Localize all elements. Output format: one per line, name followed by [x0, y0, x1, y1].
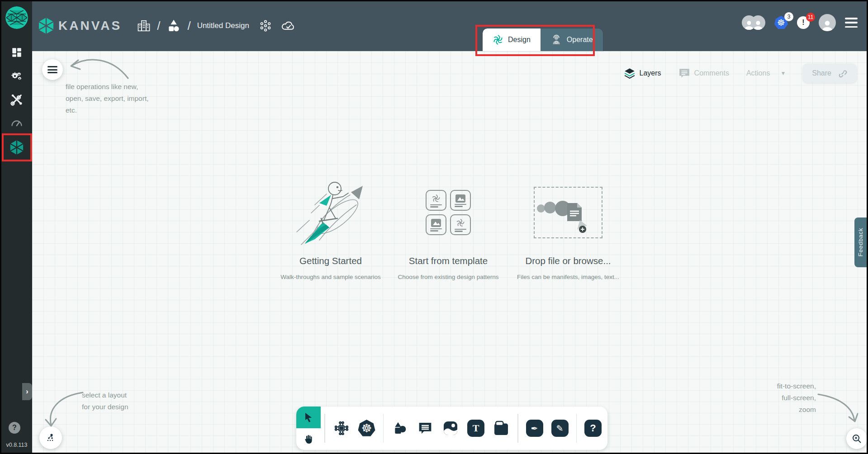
section-icon	[493, 420, 509, 436]
text-tool-tile: T	[467, 420, 484, 437]
left-sidebar: › ? v0.8.113	[1, 1, 32, 453]
sidebar-item-configuration[interactable]	[9, 93, 24, 106]
image-tool[interactable]	[438, 407, 463, 450]
sidebar-item-lifecycle[interactable]	[9, 69, 24, 83]
layout-annotation: select a layout for your design	[82, 389, 128, 413]
comment-tool[interactable]	[413, 407, 438, 450]
toolbar-divider	[324, 414, 325, 443]
card-title: Getting Started	[299, 255, 362, 266]
layout-cluster-icon	[45, 432, 56, 443]
version-label: v0.8.113	[1, 442, 32, 448]
actions-dropdown[interactable]: Actions ▼	[746, 69, 786, 77]
notification-count-badge: 11	[806, 13, 815, 22]
toolbar-divider	[576, 414, 577, 443]
design-name[interactable]: Untitled Design	[197, 21, 249, 30]
file-ops-annotation: file operations like new, open, save, ex…	[66, 81, 149, 116]
help-button[interactable]: ?	[9, 422, 20, 434]
kanvas-logo-icon	[38, 17, 54, 34]
tab-design[interactable]: Design	[483, 28, 541, 51]
template-tiles	[426, 177, 471, 248]
actions-label: Actions	[746, 69, 770, 77]
breadcrumb-separator: /	[187, 19, 190, 33]
dashed-drop-box	[534, 187, 602, 238]
breadcrumb: / / Untitled Design	[137, 19, 296, 33]
tab-operate-label: Operate	[567, 36, 593, 44]
kanvas-wordmark: KANVAS	[58, 19, 122, 33]
template-tile-image	[426, 214, 446, 235]
header-right-cluster: ☸ 3 ! 11	[742, 14, 858, 31]
drop-file-card[interactable]: Drop file or browse... Files can be mani…	[507, 177, 629, 280]
start-from-template-card[interactable]: Start from template Choose from existing…	[392, 177, 505, 280]
card-subtitle: Files can be manifests, images, text...	[517, 274, 619, 280]
zoom-in-icon	[851, 433, 862, 444]
file-menu-button[interactable]	[42, 59, 63, 80]
sidebar-item-performance[interactable]	[9, 116, 24, 130]
template-tile-design	[450, 214, 471, 235]
toolbar-divider	[383, 414, 384, 443]
drop-zone[interactable]	[534, 177, 602, 248]
card-title: Start from template	[409, 255, 488, 266]
feedback-label: Feedback	[857, 228, 864, 256]
getting-started-card[interactable]: Getting Started Walk-throughs and sample…	[272, 177, 389, 280]
tab-operate[interactable]: Operate	[541, 28, 603, 51]
text-tool[interactable]: T	[463, 407, 489, 450]
link-icon	[838, 68, 848, 78]
breadcrumb-separator: /	[157, 19, 160, 33]
avatar	[751, 15, 765, 30]
share-label: Share	[812, 69, 831, 77]
menu-icon	[47, 66, 57, 73]
tab-design-label: Design	[508, 36, 531, 44]
kubernetes-wheel-icon: ☸	[358, 420, 375, 437]
pencil-tool[interactable]: ✎	[547, 407, 573, 450]
collaborator-avatars[interactable]	[742, 15, 765, 30]
sidebar-item-dashboard[interactable]	[9, 46, 24, 59]
help-tool[interactable]: ?	[580, 407, 606, 450]
kubernetes-contexts-button[interactable]: ☸ 3	[774, 16, 788, 29]
profile-avatar[interactable]	[819, 14, 836, 31]
notifications-button[interactable]: ! 11	[797, 16, 810, 29]
pan-tool[interactable]	[296, 428, 321, 450]
hand-icon	[303, 434, 314, 445]
designs-shapes-icon[interactable]	[166, 19, 181, 33]
layer5-logo[interactable]	[5, 6, 28, 29]
comments-icon	[678, 68, 690, 79]
pen-tool[interactable]: ✒	[522, 407, 547, 450]
pen-tool-tile: ✒	[526, 420, 543, 437]
help-tool-tile: ?	[584, 420, 602, 437]
layout-selector-button[interactable]	[39, 426, 62, 449]
chevron-down-icon: ▼	[780, 70, 786, 76]
share-button[interactable]: Share	[803, 64, 857, 83]
zoom-button[interactable]	[846, 428, 867, 449]
toolbar-divider	[517, 414, 518, 443]
layers-button[interactable]: Layers	[624, 68, 661, 79]
mode-toggle: Design Operate	[483, 28, 603, 51]
header-menu-icon[interactable]	[845, 18, 858, 28]
layers-icon	[624, 68, 636, 79]
organization-icon[interactable]	[137, 19, 151, 33]
sidebar-expand-chevron[interactable]: ›	[22, 383, 32, 400]
section-tool[interactable]	[489, 407, 514, 450]
app-header: KANVAS / / Untitled Design	[32, 1, 867, 51]
card-subtitle: Walk-throughs and sample scenarios	[280, 274, 381, 280]
template-tile-design	[426, 190, 446, 211]
rocket-illustration	[288, 177, 374, 248]
components-tool[interactable]	[329, 407, 354, 450]
layers-label: Layers	[640, 69, 661, 77]
design-graph-icon[interactable]	[259, 19, 272, 32]
pencil-tool-tile: ✎	[551, 420, 569, 437]
feedback-tab[interactable]: Feedback	[854, 218, 867, 267]
comments-button[interactable]: Comments	[678, 68, 729, 79]
shapes-tool[interactable]	[387, 407, 413, 450]
kubernetes-tool[interactable]: ☸	[354, 407, 379, 450]
operate-operator-icon	[550, 34, 562, 46]
card-title: Drop file or browse...	[525, 255, 611, 266]
sidebar-highlight-box	[2, 133, 32, 161]
brand-breadcrumb-row: KANVAS / / Untitled Design	[38, 13, 296, 38]
cursor-icon	[303, 412, 314, 423]
comments-label: Comments	[694, 69, 729, 77]
card-subtitle: Choose from existing design patterns	[398, 274, 499, 280]
canvas-topbar: Layers Comments Actions ▼ Share	[624, 64, 857, 83]
select-tool[interactable]	[296, 407, 321, 428]
component-chip-icon	[334, 421, 349, 436]
design-spiral-icon	[493, 34, 503, 45]
